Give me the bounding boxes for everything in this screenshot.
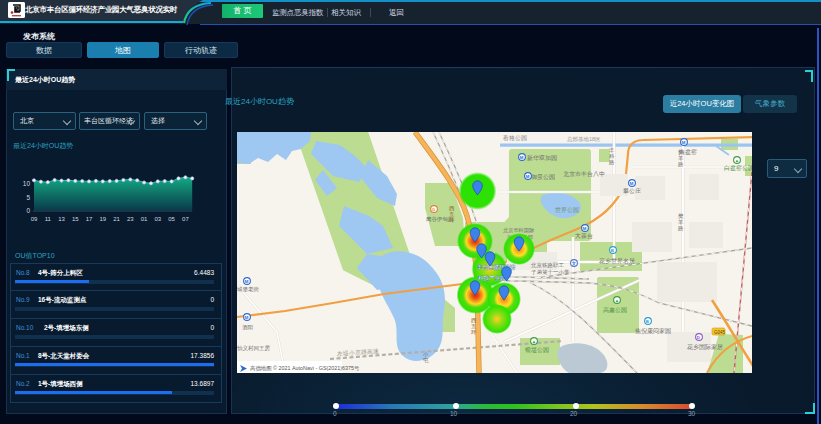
- svg-text:▲: ▲: [735, 158, 739, 163]
- svg-text:新华双加园: 新华双加园: [527, 154, 557, 162]
- svg-text:花乡世界名居: 花乡世界名居: [599, 258, 635, 265]
- svg-text:路: 路: [678, 161, 684, 167]
- svg-text:M: M: [630, 181, 634, 186]
- svg-text:总部基地18区: 总部基地18区: [566, 136, 601, 143]
- svg-text:环: 环: [471, 329, 477, 335]
- svg-text:北京铁路职工: 北京铁路职工: [530, 262, 565, 269]
- svg-text:北京华科国际: 北京华科国际: [502, 227, 534, 234]
- svg-text:酒阳: 酒阳: [242, 324, 253, 331]
- svg-text:23: 23: [127, 216, 134, 222]
- svg-text:M: M: [245, 279, 249, 284]
- svg-text:17: 17: [86, 216, 93, 222]
- svg-text:城堡老街: 城堡老街: [237, 286, 260, 293]
- svg-text:焦倪康闷家园: 焦倪康闷家园: [635, 327, 671, 335]
- svg-text:攀公庄: 攀公庄: [623, 187, 641, 194]
- svg-text:子弟第十一小学: 子弟第十一小学: [531, 269, 570, 275]
- svg-text:看格公园: 看格公园: [502, 134, 527, 142]
- svg-text:世界公园: 世界公园: [555, 207, 579, 214]
- svg-text:G045: G045: [714, 330, 726, 335]
- svg-text:M: M: [520, 155, 524, 160]
- svg-text:G: G: [432, 207, 436, 212]
- svg-text:M: M: [245, 315, 249, 320]
- svg-text:B: B: [611, 248, 614, 253]
- svg-text:花乡国际家居: 花乡国际家居: [687, 343, 723, 351]
- svg-text:高鑫公园: 高鑫公园: [603, 306, 627, 314]
- svg-text:03: 03: [154, 216, 161, 222]
- svg-text:路: 路: [678, 225, 684, 231]
- svg-text:御景公园: 御景公园: [531, 174, 555, 181]
- svg-text:B: B: [646, 319, 649, 324]
- svg-text:21: 21: [113, 216, 120, 222]
- svg-text:屯: 屯: [422, 357, 429, 363]
- svg-text:▲: ▲: [615, 298, 619, 303]
- svg-text:北京市丰台八中: 北京市丰台八中: [563, 170, 605, 178]
- svg-text:M: M: [682, 140, 686, 145]
- svg-text:文: 文: [571, 261, 577, 266]
- svg-text:环: 环: [449, 217, 455, 223]
- svg-text:白盆窑公园: 白盆窑公园: [724, 164, 752, 172]
- svg-text:0: 0: [26, 207, 30, 214]
- svg-text:10: 10: [23, 180, 31, 187]
- svg-text:科技产业园: 科技产业园: [478, 275, 506, 282]
- svg-text:05: 05: [168, 216, 175, 222]
- svg-text:15: 15: [72, 216, 79, 222]
- svg-text:M: M: [583, 226, 587, 231]
- svg-text:13: 13: [58, 216, 65, 222]
- svg-text:19: 19: [99, 216, 106, 222]
- svg-text:路: 路: [609, 159, 615, 165]
- svg-text:11: 11: [45, 216, 52, 222]
- svg-text:▲: ▲: [532, 339, 536, 344]
- svg-text:5: 5: [26, 194, 30, 201]
- svg-text:01: 01: [141, 216, 148, 222]
- svg-text:D: D: [697, 335, 700, 340]
- svg-text:09: 09: [31, 216, 38, 222]
- svg-text:大葆台: 大葆台: [575, 232, 593, 240]
- svg-text:高德地图 © 2021 AutoNavi - GS(2021: 高德地图 © 2021 AutoNavi - GS(2021)6375号: [250, 365, 360, 372]
- svg-text:M: M: [526, 174, 530, 179]
- svg-text:怡义村回王房: 怡义村回王房: [237, 345, 271, 352]
- svg-text:银堤公园: 银堤公园: [524, 346, 549, 354]
- svg-text:07: 07: [182, 216, 189, 222]
